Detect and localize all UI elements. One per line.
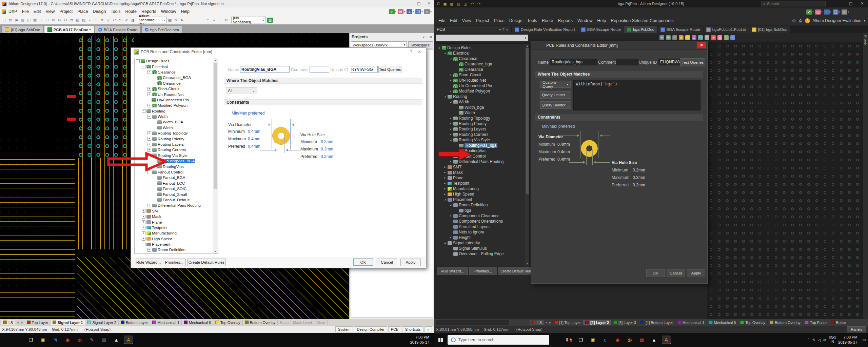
tree-row[interactable]: Un-Connected Pin [135,97,213,103]
tree-expander-icon[interactable]: − [147,70,151,74]
menu-item[interactable]: Place [491,17,507,24]
tree-row[interactable]: + High Speed [135,236,213,242]
tree-row[interactable]: ▶ Plane [436,175,525,181]
tree-row[interactable]: Width [436,110,525,116]
toolbar-icon[interactable]: ◩ [223,17,229,23]
test-queries-button[interactable]: Test Queries [680,58,705,66]
panel-caret-icon[interactable]: ▾ [499,28,501,32]
document-toolbar-icon[interactable]: ⌗ [672,35,677,40]
menu-item[interactable]: Route [539,17,555,24]
taskbar-app-icon[interactable]: ▣ [39,335,47,344]
tree-row[interactable]: Un-Connected Pin [436,83,525,88]
scope-select[interactable]: Custom Query▾ [540,81,571,88]
tree-row[interactable]: bga [436,208,525,213]
menu-item[interactable]: Reports [555,17,575,24]
menu-item[interactable]: Reposition Selected Components [608,17,676,24]
tree-expander-icon[interactable] [153,121,156,124]
ok-button[interactable]: OK [353,259,373,266]
tree-row[interactable]: Fanout_SOIC [135,186,213,191]
toolbar-icon[interactable]: ⊘ [57,17,62,23]
tree-expander-icon[interactable]: ◢ [443,52,447,55]
tree-expander-icon[interactable] [153,176,156,179]
layer-tab[interactable]: Mechanical 6 [707,320,738,325]
toolbar-icon[interactable]: ▫ [87,17,93,23]
toolbar-icon[interactable]: ↷ [118,17,123,23]
document-tab[interactable]: BGA Escape Route [578,26,624,33]
layer-tab[interactable]: Bottom Overlay [243,320,278,325]
tree-row[interactable]: ▶ Manufacturing [436,186,525,191]
tree-expander-icon[interactable]: ◢ [449,101,452,104]
tree-expander-icon[interactable]: − [147,115,151,119]
toolbar-icon[interactable]: ⊕ [51,17,56,23]
layer-set-tab[interactable]: LS [1,320,15,325]
document-toolbar-icon[interactable]: ◠ [698,35,703,40]
status-panel-button[interactable]: PCB [388,326,401,332]
tree-row[interactable]: + Routing Layers [135,142,213,147]
tree-expander-icon[interactable] [455,111,458,115]
document-tab[interactable]: e BGA Escape Route [95,26,141,33]
close-icon[interactable]: ✕ [416,49,423,54]
tree-expander-icon[interactable] [153,126,156,129]
utility-icon-group[interactable]: ⊥▾ [406,9,414,14]
unique-id-input[interactable] [350,66,378,73]
layer-scroll-right-icon[interactable]: ▸ [20,320,25,325]
utility-icon-group[interactable]: ❏▾ [414,9,423,14]
document-tab[interactable]: PCB AD17.PcbDoc * [44,26,94,33]
tree-row[interactable]: ▶ Mask [436,170,525,175]
tree-row[interactable]: − Design Rules [135,58,213,64]
scroll-thumb[interactable] [214,63,217,189]
toolbar-icon[interactable]: ✛ [93,17,99,23]
tray-caret-icon[interactable]: ⌃ [807,338,810,342]
taskbar-app-icon[interactable] [14,335,23,344]
layer-tab[interactable]: Top Overlay [738,320,768,325]
tree-row[interactable]: + Manufacturing [135,230,213,236]
tree-expander-icon[interactable]: ▶ [449,122,452,125]
priorities-button[interactable]: Priorities... [163,259,186,266]
document-tab[interactable]: BGA Escape Route [658,26,703,33]
tree-expander-icon[interactable]: + [147,93,151,96]
taskbar-app-icon[interactable]: e [601,335,610,344]
via-hole-max[interactable]: 0.2mm [321,147,333,151]
tree-row[interactable]: + Un-Routed Net [135,91,213,97]
layer-bar-option[interactable]: Mask Level [291,320,314,325]
tree-row[interactable]: ▶ Height [436,235,525,240]
tree-expander-icon[interactable] [153,193,156,196]
menu-item[interactable]: Window [159,8,178,15]
quick-access-icon[interactable]: ▣ [442,1,448,6]
taskbar-clock[interactable]: 7:08 PM 2019-05-17 [410,335,432,345]
layer-tab[interactable]: [1] Top Layer [552,320,583,325]
layer-tab[interactable]: [2] Layer 2 [583,320,611,325]
comment-input[interactable] [616,59,638,65]
tree-expander-icon[interactable] [153,198,156,201]
tree-row[interactable]: + SMT [135,208,213,214]
toolbar-icon[interactable]: ✂ [63,17,68,23]
tree-expander-icon[interactable] [449,220,452,223]
toolbar-icon[interactable]: ◨ [130,17,135,23]
tree-expander-icon[interactable]: + [147,137,151,141]
layer-scroll-left-icon[interactable]: ◂ [544,320,548,325]
tree-row[interactable]: − Electrical [135,64,213,69]
tree-expander-icon[interactable]: + [147,87,151,91]
tree-expander-icon[interactable] [153,76,156,79]
panel-pin-icon[interactable]: ⊤ [502,28,505,32]
tree-row[interactable]: ◢ Routing [436,94,525,99]
toolbar-icon[interactable]: ▧ [75,17,80,23]
tree-row[interactable]: ▶ Routing Corners [436,132,525,137]
pen-icon[interactable]: ✎ [812,338,815,342]
tree-expander-icon[interactable] [449,252,452,256]
document-toolbar-icon[interactable]: ▰ [711,35,716,40]
toolbar-icon[interactable]: ↶ [112,17,117,23]
name-input[interactable] [240,66,290,73]
toolbar-icon[interactable]: ↯ [99,17,105,23]
menu-item[interactable]: File [436,17,448,24]
layer-tab[interactable]: Signal Layer 1 [51,320,85,325]
scroll-up-icon[interactable]: ▲ [525,44,529,48]
menu-item[interactable]: Tools [525,17,539,24]
taskbar-app-icon[interactable]: ▲ [650,335,658,344]
tree-expander-icon[interactable]: + [142,237,145,241]
global-search-box[interactable]: ⌕ Search [761,1,826,6]
utility-icon-group[interactable]: ✔▾ [388,9,397,14]
help-button[interactable]: ? [407,49,416,54]
toolbar-icon[interactable]: ⧉ [69,17,74,23]
tree-expander-icon[interactable]: + [147,143,151,146]
